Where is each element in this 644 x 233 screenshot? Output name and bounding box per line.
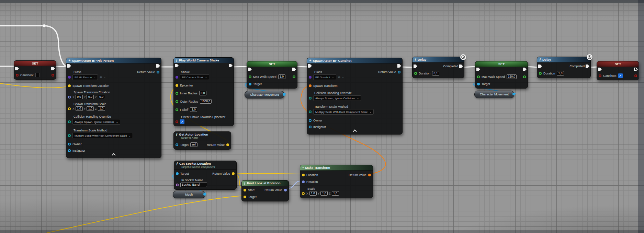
scale-x-input[interactable]: 1,0 — [309, 191, 317, 196]
node-spawnactor-hit-person[interactable]: ✦ SpawnActor BP Hit Person Class BP Hit … — [66, 58, 161, 158]
float-out-pin[interactable] — [293, 75, 295, 78]
reroute-node[interactable] — [43, 24, 46, 27]
scale-x-input[interactable]: 1,0 — [76, 106, 83, 111]
float-out-pin[interactable] — [523, 75, 526, 78]
orient-checkbox[interactable]: ✓ — [180, 119, 184, 124]
blueprint-graph-canvas[interactable]: SET Canshoot ✦ SpawnActor BP Hit Person — [0, 0, 644, 233]
node-set-canshoot-1[interactable]: SET Canshoot — [14, 60, 56, 80]
return-value-pin[interactable] — [232, 172, 235, 175]
duration-input[interactable]: 1,0 — [557, 71, 564, 75]
falloff-input[interactable]: 1,0 — [190, 107, 197, 112]
wire-offscreen-spawnlocation[interactable] — [0, 83, 68, 88]
class-dropdown[interactable]: BP Hit Person ⌄ — [72, 74, 98, 80]
component-out-pin[interactable] — [512, 93, 515, 95]
exec-out-pin[interactable] — [156, 64, 160, 68]
owner-pin[interactable] — [309, 119, 312, 122]
return-value-pin[interactable] — [157, 71, 159, 73]
inner-radius-pin[interactable] — [176, 92, 178, 95]
scale-z-input[interactable]: 1,0 — [98, 106, 105, 111]
rot-z-input[interactable]: 0,0 — [98, 95, 105, 99]
exec-in-pin[interactable] — [414, 65, 417, 68]
wire-socketlocation-maketransform-location[interactable] — [234, 173, 302, 174]
location-pin[interactable] — [302, 174, 305, 176]
target-pin[interactable] — [176, 143, 178, 146]
exec-out-pin[interactable] — [51, 67, 55, 70]
exec-in-pin[interactable] — [175, 64, 179, 67]
socket-name-pin[interactable] — [176, 184, 179, 186]
return-value-pin[interactable] — [284, 189, 287, 191]
target-pin[interactable] — [477, 83, 480, 85]
collision-dropdown[interactable]: Always Spawn, Ignore Collisions ⌄ — [313, 95, 361, 101]
return-value-pin[interactable] — [226, 143, 229, 146]
target-input[interactable]: self — [190, 142, 197, 147]
scale-pin[interactable] — [302, 192, 305, 195]
add-class-icon[interactable]: ⊕ — [338, 75, 341, 79]
instigator-pin[interactable] — [68, 149, 71, 152]
max-walk-speed-input[interactable]: 150,0 — [507, 74, 517, 79]
node-set-max-walk-speed-1[interactable]: SET Max Walk Speed 1,0 Target — [247, 61, 297, 89]
node-get-socket-location[interactable]: ƒ Get Socket Location Target is Scene Co… — [174, 161, 237, 190]
spawn-location-pin[interactable] — [68, 84, 71, 87]
node-set-canshoot-2[interactable]: SET Canshoot ✓ — [597, 61, 639, 80]
method-pin[interactable] — [68, 134, 71, 137]
max-walk-speed-pin[interactable] — [249, 75, 251, 78]
completed-exec-pin[interactable] — [586, 65, 589, 68]
rotation-pin[interactable] — [302, 180, 305, 183]
exec-in-pin[interactable] — [598, 68, 602, 71]
scale-z-input[interactable]: 1,0 — [332, 191, 339, 196]
variable-mesh[interactable]: Mesh — [173, 191, 205, 198]
variable-character-movement-2[interactable]: Character Movement — [474, 91, 514, 98]
shake-dropdown[interactable]: BP Camera Shak ⌄ — [180, 74, 209, 80]
return-value-pin[interactable] — [368, 174, 371, 176]
epicenter-pin[interactable] — [176, 84, 178, 87]
variable-character-movement-1[interactable]: Character Movement — [245, 91, 284, 98]
search-class-icon[interactable]: ⌕ — [104, 75, 105, 79]
socket-name-input[interactable]: Socket_Barrel — [180, 183, 207, 187]
node-play-world-camera-shake[interactable]: ƒ Play World Camera Shake Shake BP Camer… — [173, 57, 234, 126]
class-dropdown[interactable]: BP Gunshot ⌄ — [313, 74, 336, 80]
completed-exec-pin[interactable] — [459, 65, 463, 68]
collision-dropdown[interactable]: Always Spawn, Ignore Collisions ⌄ — [72, 119, 120, 125]
duration-input[interactable]: 0,1 — [432, 71, 439, 75]
exec-out-pin[interactable] — [523, 68, 527, 71]
collision-pin[interactable] — [309, 97, 312, 100]
exec-in-pin[interactable] — [15, 67, 19, 70]
spawn-transform-pin[interactable] — [309, 84, 312, 87]
exec-in-pin[interactable] — [67, 64, 71, 68]
search-class-icon[interactable]: ⌕ — [342, 75, 344, 79]
shake-class-pin[interactable] — [176, 76, 178, 79]
wire-offscreen-findlook-target[interactable] — [46, 196, 244, 233]
target-pin[interactable] — [249, 83, 251, 85]
node-spawnactor-gunshot[interactable]: ✦ SpawnActor BP Gunshot Class BP Gunshot… — [307, 58, 403, 135]
node-get-actor-location[interactable]: ƒ Get Actor Location Target is Actor Tar… — [173, 131, 231, 150]
exec-in-pin[interactable] — [248, 68, 252, 71]
exec-out-pin[interactable] — [229, 64, 233, 67]
rot-y-input[interactable]: 0,0 — [87, 95, 94, 99]
scale-y-input[interactable]: 1,0 — [320, 191, 328, 196]
node-make-transform[interactable]: » Make Transform Location Return Value R… — [300, 165, 373, 198]
scale-y-input[interactable]: 1,0 — [87, 106, 94, 111]
inner-radius-input[interactable]: 0,0 — [199, 91, 206, 95]
duration-pin[interactable] — [414, 72, 417, 75]
bool-out-pin[interactable] — [52, 74, 54, 77]
start-pin[interactable] — [244, 189, 246, 191]
exec-out-pin[interactable] — [292, 68, 296, 71]
bool-pin-canshoot[interactable] — [599, 74, 601, 77]
owner-pin[interactable] — [68, 143, 71, 145]
collision-pin[interactable] — [68, 120, 71, 123]
add-class-icon[interactable]: ⊕ — [100, 75, 102, 79]
target-pin[interactable] — [176, 172, 179, 175]
max-walk-speed-input[interactable]: 1,0 — [278, 74, 285, 79]
orient-pin[interactable] — [176, 120, 178, 123]
max-walk-speed-pin[interactable] — [477, 75, 480, 78]
outer-radius-pin[interactable] — [176, 100, 178, 103]
spawn-scale-pin[interactable] — [68, 107, 71, 110]
class-pin[interactable] — [309, 76, 312, 79]
class-pin[interactable] — [68, 76, 71, 79]
instigator-pin[interactable] — [309, 126, 312, 128]
rot-x-input[interactable]: 0,0 — [76, 95, 83, 99]
component-out-pin[interactable] — [203, 193, 206, 196]
node-delay-1[interactable]: ƒ Delay Completed Duration 0,1 — [412, 57, 464, 78]
method-dropdown[interactable]: Multiply Scale With Root Component Scale… — [313, 109, 374, 115]
target-pin[interactable] — [244, 196, 246, 198]
